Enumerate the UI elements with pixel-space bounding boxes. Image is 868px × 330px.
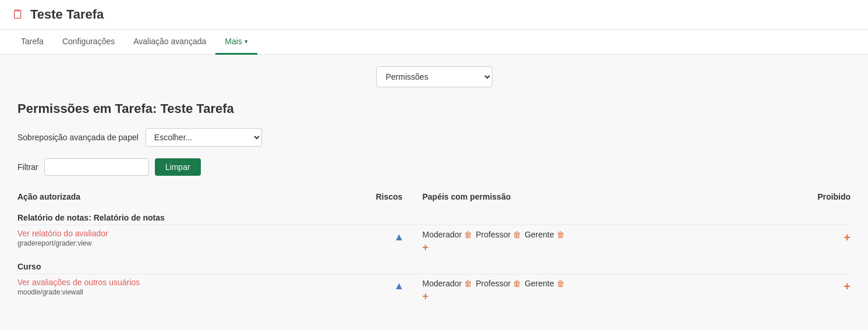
filter-label: Filtrar — [17, 162, 38, 172]
section-title-curso: Curso — [17, 257, 851, 274]
action-col-2: Ver avaliações de outros usuários moodle… — [17, 278, 376, 296]
action-col-1: Ver relatório do avaliador gradereport/g… — [17, 229, 376, 247]
role-item-professor-2: Professor 🗑 — [476, 279, 521, 288]
table-row: Ver avaliações de outros usuários moodle… — [17, 274, 851, 306]
table-row: Ver relatório do avaliador gradereport/g… — [17, 225, 851, 257]
role-name-moderador-2: Moderador — [423, 279, 462, 288]
section-title-relatorio: Relatório de notas: Relatório de notas — [17, 208, 851, 225]
prohibited-col-2: + — [781, 278, 851, 293]
role-item-gerente-2: Gerente 🗑 — [525, 279, 565, 288]
risk-col-1: ▲ — [376, 229, 423, 243]
filter-input[interactable] — [44, 158, 149, 176]
header-roles: Papéis com permissão — [423, 192, 781, 201]
role-item-gerente-1: Gerente 🗑 — [525, 230, 565, 239]
main-content: Permissões Permissões em Tarefa: Teste T… — [0, 55, 868, 330]
delete-gerente-1-icon[interactable]: 🗑 — [557, 230, 565, 239]
page-header: 🗒 Teste Tarefa — [0, 0, 868, 30]
action-code-1: gradereport/grader:view — [17, 239, 376, 247]
risk-col-2: ▲ — [376, 278, 423, 292]
role-item-moderador-2: Moderador 🗑 — [423, 279, 473, 288]
clear-button[interactable]: Limpar — [155, 158, 201, 176]
header-risk: Riscos — [376, 192, 423, 201]
permissions-dropdown[interactable]: Permissões — [376, 66, 493, 87]
roles-wrapper-2: Moderador 🗑 Professor 🗑 Gerente 🗑 + — [423, 279, 565, 303]
roles-col-1: Moderador 🗑 Professor 🗑 Gerente 🗑 + — [423, 229, 781, 254]
roles-col-2: Moderador 🗑 Professor 🗑 Gerente 🗑 + — [423, 278, 781, 303]
role-item-professor-1: Professor 🗑 — [476, 230, 521, 239]
page-title: Teste Tarefa — [30, 7, 104, 22]
action-link-1[interactable]: Ver relatório do avaliador — [17, 229, 376, 238]
warning-icon-1: ▲ — [394, 231, 405, 243]
tab-bar: Tarefa Configurações Avaliação avançada … — [0, 30, 868, 55]
role-name-professor-2: Professor — [476, 279, 511, 288]
warning-icon-2: ▲ — [394, 280, 405, 292]
permissions-title: Permissões em Tarefa: Teste Tarefa — [17, 101, 851, 116]
chevron-down-icon: ▾ — [245, 38, 248, 45]
dropdown-container: Permissões — [17, 66, 851, 87]
tab-tarefa[interactable]: Tarefa — [12, 30, 53, 55]
add-prohibited-2-icon[interactable]: + — [844, 280, 851, 293]
tab-avaliacao[interactable]: Avaliação avançada — [124, 30, 215, 55]
roles-wrapper-1: Moderador 🗑 Professor 🗑 Gerente 🗑 + — [423, 230, 565, 254]
page-icon: 🗒 — [12, 7, 24, 22]
filter-row: Filtrar Limpar — [17, 158, 851, 176]
add-role-1-icon[interactable]: + — [423, 242, 429, 253]
header-prohibited: Proibido — [781, 192, 851, 201]
role-name-gerente-2: Gerente — [525, 279, 554, 288]
add-role-2-icon[interactable]: + — [423, 290, 429, 302]
role-override-row: Sobreposição avançada de papel Escolher.… — [17, 128, 851, 147]
delete-professor-2-icon[interactable]: 🗑 — [513, 279, 521, 288]
role-override-label: Sobreposição avançada de papel — [17, 133, 139, 142]
role-name-professor-1: Professor — [476, 230, 511, 239]
delete-gerente-2-icon[interactable]: 🗑 — [557, 279, 565, 288]
table-header: Ação autorizada Riscos Papéis com permis… — [17, 187, 851, 206]
delete-moderador-2-icon[interactable]: 🗑 — [464, 279, 472, 288]
tab-mais[interactable]: Mais ▾ — [215, 30, 257, 55]
delete-professor-1-icon[interactable]: 🗑 — [513, 230, 521, 239]
delete-moderador-1-icon[interactable]: 🗑 — [464, 230, 472, 239]
header-action: Ação autorizada — [17, 192, 376, 201]
role-override-select[interactable]: Escolher... — [146, 128, 262, 147]
prohibited-col-1: + — [781, 229, 851, 244]
add-prohibited-1-icon[interactable]: + — [844, 231, 851, 244]
action-link-2[interactable]: Ver avaliações de outros usuários — [17, 278, 376, 287]
tab-configuracoes[interactable]: Configurações — [53, 30, 124, 55]
role-item-moderador-1: Moderador 🗑 — [423, 230, 473, 239]
action-code-2: moodle/grade:viewall — [17, 288, 376, 296]
role-name-moderador-1: Moderador — [423, 230, 462, 239]
role-name-gerente-1: Gerente — [525, 230, 554, 239]
